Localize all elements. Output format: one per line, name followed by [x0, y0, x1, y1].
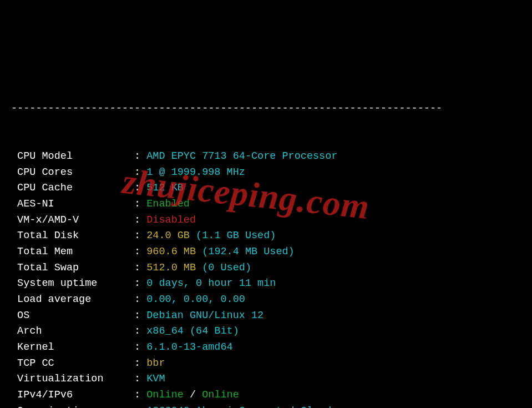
sysinfo-row-5-value-part-1: (1.1 GB Used) [196, 230, 276, 241]
sysinfo-row-11-value-part-0: x86_64 (64 Bit) [146, 325, 239, 337]
sysinfo-row-10-label: OS [11, 308, 128, 324]
sysinfo-row-8-label: System uptime [11, 276, 128, 292]
sysinfo-row-12-label: Kernel [11, 340, 128, 356]
separator: : [128, 357, 146, 369]
separator: : [128, 341, 146, 353]
sysinfo-row-15-value-part-0: Online [146, 389, 184, 401]
sysinfo-row-5-value-part-0: 24.0 GB [146, 230, 196, 241]
separator: : [128, 389, 146, 401]
divider-top: ----------------------------------------… [11, 101, 521, 117]
sysinfo-row-15: IPv4/IPv6 : Online / Online [11, 387, 521, 404]
sysinfo-row-8-value-part-0: 0 days, 0 hour 11 min [146, 278, 276, 289]
separator: : [128, 294, 146, 305]
sysinfo-row-13: TCP CC : bbr [11, 356, 521, 372]
sysinfo-row-13-label: TCP CC [11, 356, 128, 372]
terminal-output: ----------------------------------------… [11, 69, 521, 408]
separator: : [128, 150, 146, 162]
sysinfo-row-16: Organization : AS63949 Akamai Connected … [11, 404, 521, 408]
separator: : [128, 405, 146, 408]
sysinfo-row-8: System uptime : 0 days, 0 hour 11 min [11, 276, 521, 292]
sysinfo-row-4-label: VM-x/AMD-V [11, 213, 128, 229]
sysinfo-row-7: Total Swap : 512.0 MB (0 Used) [11, 260, 521, 276]
separator: : [128, 230, 146, 241]
separator: : [128, 214, 146, 226]
sysinfo-row-3: AES-NI : Enabled [11, 197, 521, 213]
separator: : [128, 262, 146, 274]
sysinfo-row-3-value-part-0: Enabled [146, 198, 190, 210]
separator: : [128, 198, 146, 210]
sysinfo-row-2: CPU Cache : 512 KB [11, 180, 521, 197]
sysinfo-row-16-label: Organization [11, 404, 128, 408]
sysinfo-section: CPU Model : AMD EPYC 7713 64-Core Proces… [11, 149, 521, 408]
sysinfo-row-11: Arch : x86_64 (64 Bit) [11, 324, 521, 340]
sysinfo-row-6-label: Total Mem [11, 244, 128, 260]
sysinfo-row-10: OS : Debian GNU/Linux 12 [11, 308, 521, 324]
sysinfo-row-1: CPU Cores : 1 @ 1999.998 MHz [11, 165, 521, 181]
sysinfo-row-2-value-part-0: 512 KB [146, 182, 184, 194]
sysinfo-row-14: Virtualization : KVM [11, 371, 521, 387]
sysinfo-row-14-label: Virtualization [11, 371, 128, 387]
sysinfo-row-14-value-part-0: KVM [146, 373, 165, 385]
sysinfo-row-7-value-part-1: (0 Used) [202, 262, 251, 274]
separator: : [128, 182, 146, 194]
sysinfo-row-9: Load average : 0.00, 0.00, 0.00 [11, 292, 521, 308]
separator: : [128, 167, 146, 178]
sysinfo-row-5: Total Disk : 24.0 GB (1.1 GB Used) [11, 228, 521, 244]
sysinfo-row-11-label: Arch [11, 324, 128, 340]
sysinfo-row-9-label: Load average [11, 292, 128, 308]
sysinfo-row-9-value-part-0: 0.00, 0.00, 0.00 [146, 294, 245, 305]
sysinfo-row-5-label: Total Disk [11, 228, 128, 244]
sysinfo-row-15-value-part-1: / [184, 389, 202, 401]
sysinfo-row-4: VM-x/AMD-V : Disabled [11, 213, 521, 229]
sysinfo-row-12: Kernel : 6.1.0-13-amd64 [11, 340, 521, 356]
sysinfo-row-0-label: CPU Model [11, 149, 128, 165]
sysinfo-row-15-label: IPv4/IPv6 [11, 387, 128, 404]
sysinfo-row-1-value-part-0: 1 @ 1999.998 MHz [146, 167, 245, 178]
separator: : [128, 278, 146, 289]
sysinfo-row-4-value-part-0: Disabled [146, 214, 196, 226]
sysinfo-row-7-label: Total Swap [11, 260, 128, 276]
sysinfo-row-13-value-part-0: bbr [146, 357, 165, 369]
sysinfo-row-1-label: CPU Cores [11, 165, 128, 181]
separator: : [128, 373, 146, 385]
separator: : [128, 246, 146, 258]
sysinfo-row-6-value-part-1: (192.4 MB Used) [202, 246, 295, 258]
sysinfo-row-12-value-part-0: 6.1.0-13-amd64 [146, 341, 232, 353]
sysinfo-row-2-label: CPU Cache [11, 180, 128, 197]
separator: : [128, 325, 146, 337]
sysinfo-row-6-value-part-0: 960.6 MB [146, 246, 202, 258]
sysinfo-row-10-value-part-0: Debian GNU/Linux 12 [146, 310, 264, 321]
sysinfo-row-3-label: AES-NI [11, 197, 128, 213]
sysinfo-row-7-value-part-0: 512.0 MB [146, 262, 202, 274]
sysinfo-row-15-value-part-2: Online [202, 389, 239, 401]
sysinfo-row-0-value-part-0: AMD EPYC 7713 64-Core Processor [146, 150, 337, 162]
separator: : [128, 310, 146, 321]
sysinfo-row-0: CPU Model : AMD EPYC 7713 64-Core Proces… [11, 149, 521, 165]
sysinfo-row-6: Total Mem : 960.6 MB (192.4 MB Used) [11, 244, 521, 260]
sysinfo-row-16-value-part-0: AS63949 Akamai Connected Cloud [146, 405, 331, 408]
